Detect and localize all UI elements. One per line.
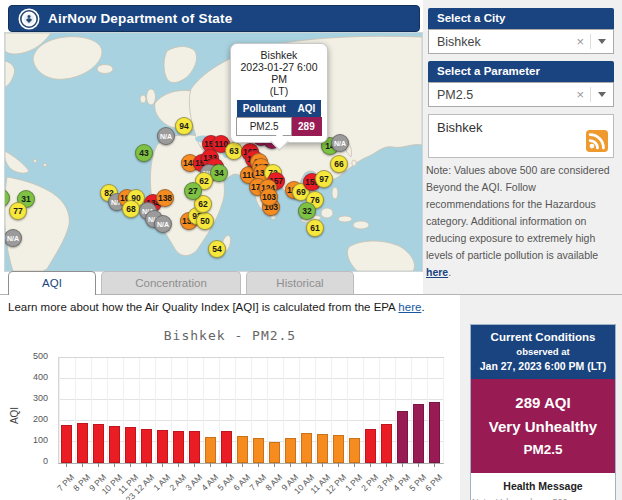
popup-col-pollutant: Pollutant [237, 100, 292, 118]
observed-at-value: Jan 27, 2023 6:00 PM (LT) [474, 360, 612, 372]
select-city-header: Select a City [428, 8, 614, 29]
chart-bar [173, 431, 184, 463]
aqi-marker[interactable]: N/A [331, 134, 349, 152]
app-header: AirNow Department of State [8, 5, 420, 32]
popup-aqi-value: 289 [292, 118, 322, 136]
aqi-marker[interactable]: 61 [306, 219, 324, 237]
chart-bar [109, 426, 120, 463]
select-parameter-header: Select a Parameter [428, 61, 614, 82]
app-title: AirNow Department of State [48, 11, 232, 26]
chart-bar [141, 429, 152, 463]
note-here-link[interactable]: here [426, 266, 448, 278]
aqi-marker[interactable]: 27 [184, 182, 202, 200]
note-suffix: . [448, 266, 451, 278]
learn-more-prefix: Learn more about how the Air Quality Ind… [8, 301, 398, 313]
map-popup: Bishkek 2023-01-27 6:00 PM (LT) Pollutan… [230, 43, 328, 143]
learn-more-suffix: . [421, 301, 424, 313]
clear-parameter-icon[interactable]: × [570, 87, 591, 102]
current-aqi-category: Very Unhealthy [474, 418, 612, 435]
y-axis-tick: 0 [43, 456, 48, 466]
current-conditions-header: Current Conditions observed at Jan 27, 2… [471, 325, 615, 379]
chart-bar [317, 434, 328, 463]
observed-at-label: observed at [474, 346, 612, 357]
popup-pollutant-value: PM2.5 [237, 118, 292, 136]
state-department-seal-icon [18, 8, 40, 30]
chart-bar [253, 438, 264, 463]
learn-more-text: Learn more about how the Air Quality Ind… [8, 301, 425, 313]
current-aqi-block: 289 AQI Very Unhealthy PM2.5 [471, 379, 615, 473]
chart-bar [269, 442, 280, 463]
chart-bar [237, 436, 248, 463]
y-axis-tick: 400 [33, 372, 48, 382]
aqi-marker[interactable]: N/A [154, 215, 172, 233]
aqi-marker[interactable]: 138 [156, 189, 174, 207]
chart-bar [61, 425, 72, 463]
chart-bar [429, 402, 440, 463]
popup-datetime: 2023-01-27 6:00 PM [235, 61, 323, 85]
world-map[interactable]: 3177N/A982N/A1019068134N/AN/AN/A13813998… [4, 32, 423, 272]
chart-bar [365, 429, 376, 463]
learn-more-here-link[interactable]: here [398, 301, 421, 313]
popup-city: Bishkek [235, 49, 323, 61]
aqi-marker[interactable]: 54 [208, 240, 226, 258]
chart-bar [125, 427, 136, 463]
aqi-marker[interactable]: N/A [157, 127, 175, 145]
tab-historical[interactable]: Historical [246, 271, 354, 294]
aqi-chart: Bishkek - PM2.5 AQI 0100200300400500 7 P… [4, 318, 456, 500]
aqi-marker[interactable]: 97 [315, 170, 333, 188]
y-axis-tick: 200 [33, 414, 48, 424]
chart-bar [333, 435, 344, 463]
aqi-marker[interactable]: 77 [9, 202, 27, 220]
chart-bar [157, 430, 168, 463]
y-axis-tick: 300 [33, 393, 48, 403]
popup-table: Pollutant AQI PM2.5 289 [236, 100, 322, 136]
y-axis-ticks: 0100200300400500 [26, 357, 52, 462]
tab-bar: AQI Concentration Historical [8, 271, 354, 295]
note-text: Note: Values above 500 are considered Be… [426, 164, 610, 261]
aqi-marker[interactable]: 68 [122, 200, 140, 218]
parameter-select[interactable]: PM2.5 × [428, 82, 614, 107]
popup-lt: (LT) [235, 85, 323, 97]
parameter-select-value: PM2.5 [429, 88, 570, 102]
chart-bar [381, 424, 392, 463]
tab-concentration[interactable]: Concentration [101, 271, 241, 294]
aqi-marker[interactable]: 32 [298, 202, 316, 220]
aqi-marker[interactable]: 94 [175, 117, 193, 135]
chart-bar [397, 411, 408, 463]
marker-layer: 3177N/A982N/A1019068134N/AN/AN/A13813998… [5, 33, 422, 271]
aqi-marker[interactable]: 50 [196, 212, 214, 230]
feed-box: Bishkek [428, 114, 614, 158]
rss-icon[interactable] [586, 130, 608, 152]
city-select-value: Bishkek [429, 35, 570, 49]
health-message-section: Health Message AQI values between 201 an… [471, 473, 615, 500]
chart-title: Bishkek - PM2.5 [4, 328, 456, 343]
y-axis-label: AQI [9, 407, 20, 424]
y-axis-tick: 500 [33, 351, 48, 361]
sidebar-note: Note: Values above 500 are considered Be… [426, 162, 616, 281]
tab-aqi[interactable]: AQI [8, 271, 96, 295]
chart-bar [349, 438, 360, 463]
chart-bar [221, 431, 232, 463]
aqi-marker[interactable]: N/A [4, 229, 22, 247]
current-conditions-title: Current Conditions [474, 331, 612, 343]
x-axis-labels: 7 PM8 PM9 PM10 PM11 PM2023 12 AM1 AM2 AM… [58, 463, 442, 500]
city-select[interactable]: Bishkek × [428, 29, 614, 54]
clear-city-icon[interactable]: × [570, 34, 591, 49]
current-aqi-value: 289 AQI [474, 394, 612, 411]
aqi-marker[interactable]: 103 [260, 188, 278, 206]
popup-col-aqi: AQI [292, 100, 322, 118]
chart-bar [205, 437, 216, 463]
chart-bar [301, 433, 312, 463]
aqi-marker[interactable]: 43 [135, 144, 153, 162]
chart-bar [413, 404, 424, 463]
current-conditions-panel: Current Conditions observed at Jan 27, 2… [470, 324, 616, 500]
plot-area [58, 357, 444, 464]
chevron-down-icon[interactable] [598, 39, 606, 44]
x-axis-tick-label: 6 PM [423, 472, 444, 493]
chevron-down-icon[interactable] [598, 92, 606, 97]
aqi-marker[interactable]: 66 [330, 155, 348, 173]
current-aqi-parameter: PM2.5 [474, 442, 612, 457]
aqi-marker[interactable]: 9 [4, 189, 10, 207]
y-axis-tick: 100 [33, 435, 48, 445]
health-message-title: Health Message [477, 480, 609, 492]
